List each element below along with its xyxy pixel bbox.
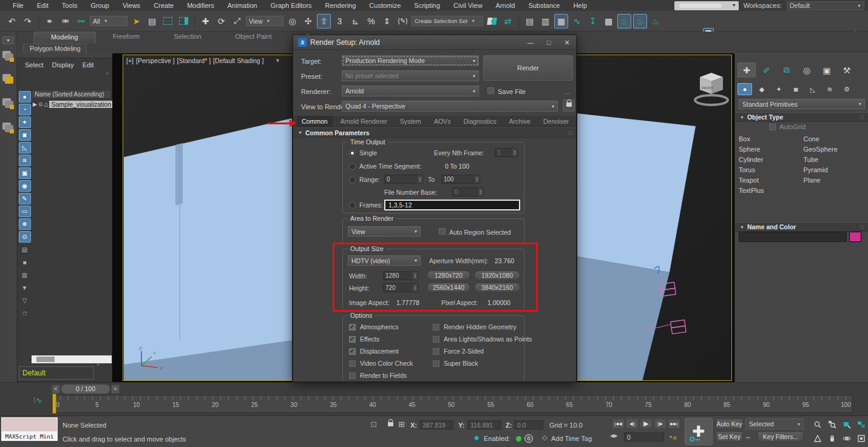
selection-filter-select[interactable]: All▼ <box>90 16 127 26</box>
time-slider-handle[interactable] <box>52 394 56 414</box>
render-button[interactable]: Render <box>483 55 573 81</box>
tab-arnold-renderer[interactable]: Arnold Renderer <box>336 116 392 127</box>
autogrid-checkbox[interactable] <box>769 124 776 130</box>
menu-modifiers[interactable]: Modifiers <box>180 0 221 11</box>
primitive-button-plane[interactable]: Plane <box>804 176 866 184</box>
display-mode-icon[interactable]: ■ <box>19 257 31 268</box>
tab-system[interactable]: System <box>395 116 426 127</box>
filter-lights-icon[interactable]: ✦ <box>19 116 31 128</box>
primitive-button-cone[interactable]: Cone <box>804 135 866 143</box>
expand-icon[interactable]: ▶ <box>33 101 37 107</box>
undo-button[interactable]: ↶ <box>5 14 19 29</box>
create-tab[interactable]: ✚ <box>737 62 756 78</box>
menu-civil-view[interactable]: Civil View <box>447 0 489 11</box>
zoom-extents-icon[interactable] <box>839 418 853 431</box>
blurred-dropdown[interactable]: ▼ <box>674 1 739 10</box>
align-icon[interactable]: ⇄ <box>501 14 515 29</box>
rectangular-region-icon[interactable] <box>161 14 175 29</box>
window-crossing-icon[interactable] <box>177 14 191 29</box>
keyboard-shortcut-toggle-icon[interactable]: ⇧ <box>317 14 331 29</box>
primitive-button-torus[interactable]: Torus <box>739 166 801 173</box>
zoom-extents-all-icon[interactable] <box>854 418 868 431</box>
modify-tab[interactable]: ✐ <box>758 62 776 78</box>
selection-set-select[interactable]: Selected▼ <box>745 418 804 429</box>
explorer-menu-display[interactable]: Display <box>52 61 74 69</box>
rollout-grip-icon[interactable]: ∷ <box>860 223 864 230</box>
enabled-zero-toggle[interactable]: 0 <box>524 434 533 443</box>
frame-spinner-arrows-icon[interactable]: ◀▶ <box>610 433 617 439</box>
bind-spacewarp-icon[interactable]: ⚯ <box>74 14 88 29</box>
close-button[interactable]: ✕ <box>558 35 576 50</box>
menu-rendering[interactable]: Rendering <box>319 0 363 11</box>
every-nth-frame-spinner[interactable]: 1▲▼ <box>495 148 518 157</box>
select-link-icon[interactable]: ⚭ <box>42 14 56 29</box>
super-black-checkbox[interactable] <box>433 360 439 367</box>
viewcube[interactable]: FRONT <box>695 73 728 105</box>
hierarchy-tab[interactable]: ⧉ <box>778 62 796 78</box>
select-object-icon[interactable]: ➤ <box>129 14 143 29</box>
tab-denoiser[interactable]: Denoiser <box>538 116 574 127</box>
viewcube-front-label[interactable]: FRONT <box>702 86 714 90</box>
angle-snap-icon[interactable]: ⊾ <box>348 14 362 29</box>
filter-spacewarps-icon[interactable]: ≋ <box>19 155 31 166</box>
play-button[interactable]: ▶ <box>640 418 653 429</box>
zoom-icon[interactable] <box>810 418 824 431</box>
preset-select[interactable]: No preset selected▼ <box>342 70 479 81</box>
key-filters-button[interactable]: Key Filters... <box>758 431 804 442</box>
name-color-rollout[interactable]: ▼ Name and Color ∷ <box>735 222 868 232</box>
curve-editor-icon[interactable]: ∿ <box>570 14 584 29</box>
atmospherics-checkbox[interactable] <box>349 324 356 331</box>
maximize-button[interactable]: □ <box>540 35 558 50</box>
auto-key-button[interactable]: Auto Key <box>716 418 743 429</box>
menu-tools[interactable]: Tools <box>55 0 84 11</box>
systems-category-icon[interactable]: ⚙ <box>839 83 854 95</box>
filter-empty-icon[interactable]: ▽ <box>19 295 31 306</box>
displacement-checkbox[interactable] <box>349 348 356 355</box>
tab-archive[interactable]: Archive <box>504 116 535 127</box>
selection-set-field[interactable]: Default <box>19 366 94 380</box>
viewport-renderer-menu[interactable]: [Standard* ] <box>177 57 211 64</box>
maximize-viewport-icon[interactable] <box>854 432 868 445</box>
tab-diagnostics[interactable]: Diagnostics <box>458 116 501 127</box>
dock-collapse-button[interactable]: ▼ <box>2 36 14 44</box>
select-scale-icon[interactable]: ⤢ <box>230 14 244 29</box>
output-preset-select[interactable]: HDTV (video)▼ <box>348 255 421 266</box>
height-spinner[interactable]: 720▲▼ <box>383 283 418 292</box>
filter-hidden-icon[interactable]: ⊙ <box>19 231 31 243</box>
geometry-category-icon[interactable]: ● <box>737 83 752 95</box>
object-color-swatch[interactable] <box>849 232 861 242</box>
selection-lock-icon[interactable] <box>385 420 397 432</box>
primitive-button-box[interactable]: Box <box>739 135 801 143</box>
filter-shapes-icon[interactable]: ◔ <box>19 104 31 115</box>
edit-named-sets-icon[interactable]: {✎} <box>396 14 410 29</box>
plane-object-top[interactable] <box>577 113 696 272</box>
tab-aovs[interactable]: AOVs <box>429 116 455 127</box>
layer-explorer-icon[interactable]: ▥ <box>538 14 552 29</box>
explorer-column-header[interactable]: Name (Sorted Ascending) <box>32 90 112 99</box>
video-color-check-checkbox[interactable] <box>349 360 356 367</box>
time-config-gear-icon[interactable]: ⚙ <box>673 435 677 441</box>
range-from-spinner[interactable]: 0▲▼ <box>384 175 423 184</box>
maxscript-mini-listener[interactable] <box>1 417 58 432</box>
active-time-segment-radio[interactable] <box>349 163 356 170</box>
area-lights-checkbox[interactable] <box>433 336 439 343</box>
range-radio[interactable] <box>349 176 356 183</box>
current-frame-field[interactable]: 0 <box>624 432 664 442</box>
selection-set-overflow-icon[interactable]: » <box>97 361 100 368</box>
spinner-snap-icon[interactable]: ⇕ <box>380 14 394 29</box>
box-object-notch-face[interactable] <box>175 143 183 206</box>
frames-radio[interactable] <box>349 202 356 209</box>
explorer-overflow-icon[interactable]: » <box>106 70 109 76</box>
scene-object-label[interactable]: Sample_visualization <box>49 101 113 108</box>
shapes-category-icon[interactable]: ◆ <box>754 83 769 95</box>
detail-mode-icon[interactable]: ▥ <box>19 269 31 281</box>
menu-edit[interactable]: Edit <box>30 0 55 11</box>
rendered-frame-window-icon[interactable]: ♨ <box>633 14 647 29</box>
select-rotate-icon[interactable]: ⟳ <box>214 14 228 29</box>
time-configuration-icon[interactable]: ◔ <box>668 432 673 442</box>
menu-substance[interactable]: Substance <box>521 0 566 11</box>
preset-3840x2160-button[interactable]: 3840x2160 <box>474 283 520 292</box>
animation-shield-icon[interactable]: ◆ <box>474 434 479 442</box>
target-select[interactable]: Production Rendering Mode▼ <box>342 55 479 66</box>
menu-file[interactable]: File <box>6 0 30 11</box>
